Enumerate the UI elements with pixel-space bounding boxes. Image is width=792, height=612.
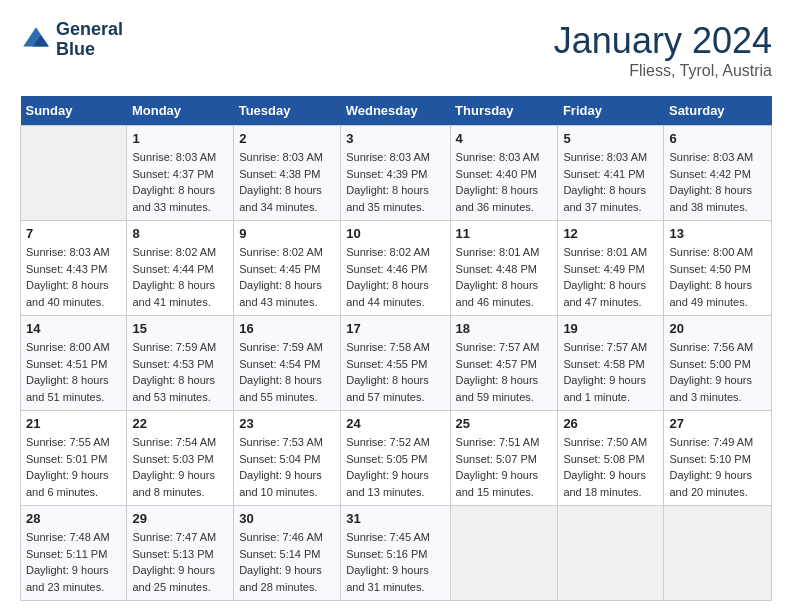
calendar-cell: 27 Sunrise: 7:49 AMSunset: 5:10 PMDaylig… [664,411,772,506]
day-number: 8 [132,226,228,241]
weekday-header-row: SundayMondayTuesdayWednesdayThursdayFrid… [21,96,772,126]
weekday-header-wednesday: Wednesday [341,96,450,126]
calendar-cell: 10 Sunrise: 8:02 AMSunset: 4:46 PMDaylig… [341,221,450,316]
calendar-cell: 26 Sunrise: 7:50 AMSunset: 5:08 PMDaylig… [558,411,664,506]
day-number: 5 [563,131,658,146]
calendar-cell: 25 Sunrise: 7:51 AMSunset: 5:07 PMDaylig… [450,411,558,506]
day-number: 2 [239,131,335,146]
day-info: Sunrise: 8:03 AMSunset: 4:39 PMDaylight:… [346,149,444,215]
month-title: January 2024 [554,20,772,62]
day-number: 10 [346,226,444,241]
day-info: Sunrise: 7:57 AMSunset: 4:57 PMDaylight:… [456,339,553,405]
day-info: Sunrise: 8:03 AMSunset: 4:42 PMDaylight:… [669,149,766,215]
calendar-week-0: 1 Sunrise: 8:03 AMSunset: 4:37 PMDayligh… [21,126,772,221]
calendar-week-4: 28 Sunrise: 7:48 AMSunset: 5:11 PMDaylig… [21,506,772,601]
calendar-week-3: 21 Sunrise: 7:55 AMSunset: 5:01 PMDaylig… [21,411,772,506]
calendar-cell: 19 Sunrise: 7:57 AMSunset: 4:58 PMDaylig… [558,316,664,411]
day-number: 29 [132,511,228,526]
weekday-header-friday: Friday [558,96,664,126]
day-number: 3 [346,131,444,146]
day-info: Sunrise: 8:03 AMSunset: 4:40 PMDaylight:… [456,149,553,215]
day-number: 24 [346,416,444,431]
calendar-cell: 17 Sunrise: 7:58 AMSunset: 4:55 PMDaylig… [341,316,450,411]
day-number: 19 [563,321,658,336]
day-number: 23 [239,416,335,431]
day-number: 11 [456,226,553,241]
day-number: 13 [669,226,766,241]
calendar-cell: 15 Sunrise: 7:59 AMSunset: 4:53 PMDaylig… [127,316,234,411]
calendar-cell: 2 Sunrise: 8:03 AMSunset: 4:38 PMDayligh… [234,126,341,221]
calendar-cell: 31 Sunrise: 7:45 AMSunset: 5:16 PMDaylig… [341,506,450,601]
day-info: Sunrise: 7:56 AMSunset: 5:00 PMDaylight:… [669,339,766,405]
logo: General Blue [20,20,123,60]
day-info: Sunrise: 8:02 AMSunset: 4:46 PMDaylight:… [346,244,444,310]
day-number: 21 [26,416,121,431]
calendar-week-2: 14 Sunrise: 8:00 AMSunset: 4:51 PMDaylig… [21,316,772,411]
calendar-cell: 29 Sunrise: 7:47 AMSunset: 5:13 PMDaylig… [127,506,234,601]
day-info: Sunrise: 7:46 AMSunset: 5:14 PMDaylight:… [239,529,335,595]
calendar-cell [558,506,664,601]
calendar-cell: 7 Sunrise: 8:03 AMSunset: 4:43 PMDayligh… [21,221,127,316]
weekday-header-tuesday: Tuesday [234,96,341,126]
day-number: 16 [239,321,335,336]
weekday-header-sunday: Sunday [21,96,127,126]
calendar-cell: 1 Sunrise: 8:03 AMSunset: 4:37 PMDayligh… [127,126,234,221]
calendar-cell: 16 Sunrise: 7:59 AMSunset: 4:54 PMDaylig… [234,316,341,411]
day-number: 12 [563,226,658,241]
calendar-cell: 12 Sunrise: 8:01 AMSunset: 4:49 PMDaylig… [558,221,664,316]
day-info: Sunrise: 8:03 AMSunset: 4:43 PMDaylight:… [26,244,121,310]
day-info: Sunrise: 8:00 AMSunset: 4:50 PMDaylight:… [669,244,766,310]
calendar-cell [450,506,558,601]
weekday-header-monday: Monday [127,96,234,126]
calendar-cell: 22 Sunrise: 7:54 AMSunset: 5:03 PMDaylig… [127,411,234,506]
weekday-header-thursday: Thursday [450,96,558,126]
day-info: Sunrise: 7:58 AMSunset: 4:55 PMDaylight:… [346,339,444,405]
day-info: Sunrise: 7:48 AMSunset: 5:11 PMDaylight:… [26,529,121,595]
day-info: Sunrise: 8:01 AMSunset: 4:49 PMDaylight:… [563,244,658,310]
day-info: Sunrise: 7:50 AMSunset: 5:08 PMDaylight:… [563,434,658,500]
day-number: 15 [132,321,228,336]
calendar-cell: 23 Sunrise: 7:53 AMSunset: 5:04 PMDaylig… [234,411,341,506]
day-info: Sunrise: 8:01 AMSunset: 4:48 PMDaylight:… [456,244,553,310]
calendar-cell: 11 Sunrise: 8:01 AMSunset: 4:48 PMDaylig… [450,221,558,316]
day-info: Sunrise: 7:57 AMSunset: 4:58 PMDaylight:… [563,339,658,405]
day-info: Sunrise: 8:00 AMSunset: 4:51 PMDaylight:… [26,339,121,405]
calendar-cell: 24 Sunrise: 7:52 AMSunset: 5:05 PMDaylig… [341,411,450,506]
calendar-cell: 13 Sunrise: 8:00 AMSunset: 4:50 PMDaylig… [664,221,772,316]
day-number: 4 [456,131,553,146]
day-number: 26 [563,416,658,431]
calendar-cell: 4 Sunrise: 8:03 AMSunset: 4:40 PMDayligh… [450,126,558,221]
day-number: 1 [132,131,228,146]
location: Fliess, Tyrol, Austria [554,62,772,80]
day-number: 18 [456,321,553,336]
day-number: 27 [669,416,766,431]
calendar-cell: 8 Sunrise: 8:02 AMSunset: 4:44 PMDayligh… [127,221,234,316]
day-info: Sunrise: 7:51 AMSunset: 5:07 PMDaylight:… [456,434,553,500]
day-number: 31 [346,511,444,526]
title-area: January 2024 Fliess, Tyrol, Austria [554,20,772,80]
page-header: General Blue January 2024 Fliess, Tyrol,… [20,20,772,80]
calendar-cell: 28 Sunrise: 7:48 AMSunset: 5:11 PMDaylig… [21,506,127,601]
day-info: Sunrise: 8:03 AMSunset: 4:38 PMDaylight:… [239,149,335,215]
day-info: Sunrise: 7:47 AMSunset: 5:13 PMDaylight:… [132,529,228,595]
day-number: 22 [132,416,228,431]
day-info: Sunrise: 7:59 AMSunset: 4:53 PMDaylight:… [132,339,228,405]
calendar-table: SundayMondayTuesdayWednesdayThursdayFrid… [20,96,772,601]
day-info: Sunrise: 7:53 AMSunset: 5:04 PMDaylight:… [239,434,335,500]
day-info: Sunrise: 8:03 AMSunset: 4:37 PMDaylight:… [132,149,228,215]
day-number: 25 [456,416,553,431]
day-number: 30 [239,511,335,526]
calendar-cell: 3 Sunrise: 8:03 AMSunset: 4:39 PMDayligh… [341,126,450,221]
calendar-cell: 30 Sunrise: 7:46 AMSunset: 5:14 PMDaylig… [234,506,341,601]
day-info: Sunrise: 7:59 AMSunset: 4:54 PMDaylight:… [239,339,335,405]
calendar-cell: 6 Sunrise: 8:03 AMSunset: 4:42 PMDayligh… [664,126,772,221]
day-info: Sunrise: 7:49 AMSunset: 5:10 PMDaylight:… [669,434,766,500]
day-info: Sunrise: 7:54 AMSunset: 5:03 PMDaylight:… [132,434,228,500]
day-info: Sunrise: 7:55 AMSunset: 5:01 PMDaylight:… [26,434,121,500]
weekday-header-saturday: Saturday [664,96,772,126]
logo-icon [20,24,52,56]
calendar-cell: 5 Sunrise: 8:03 AMSunset: 4:41 PMDayligh… [558,126,664,221]
calendar-cell [664,506,772,601]
day-number: 14 [26,321,121,336]
day-number: 28 [26,511,121,526]
